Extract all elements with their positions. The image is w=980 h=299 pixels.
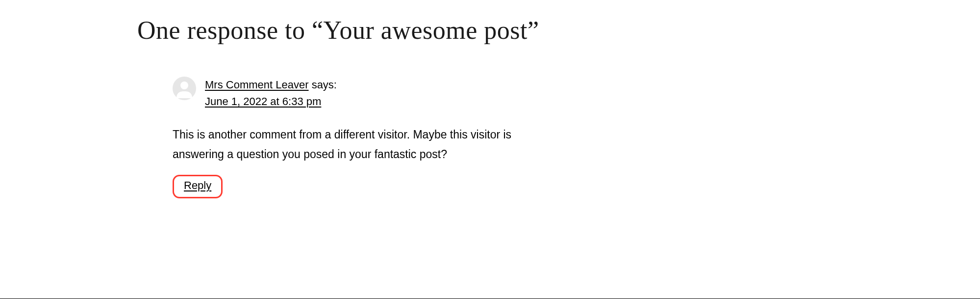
svg-point-1 (180, 82, 188, 89)
comments-heading: One response to “Your awesome post” (137, 14, 539, 47)
comment-body: This is another comment from a different… (173, 125, 516, 164)
comment: Mrs Comment Leaver says: June 1, 2022 at… (173, 77, 539, 199)
comment-timestamp-link[interactable]: June 1, 2022 at 6:33 pm (205, 93, 321, 110)
comment-author-link[interactable]: Mrs Comment Leaver (205, 79, 309, 91)
reply-button[interactable]: Reply (184, 179, 211, 191)
comment-header: Mrs Comment Leaver says: June 1, 2022 at… (173, 77, 539, 110)
comment-meta: Mrs Comment Leaver says: June 1, 2022 at… (205, 77, 337, 110)
reply-highlight: Reply (173, 175, 223, 198)
avatar-icon (173, 77, 196, 100)
reply-wrapper: Reply (173, 175, 539, 198)
says-label: says: (309, 79, 337, 91)
